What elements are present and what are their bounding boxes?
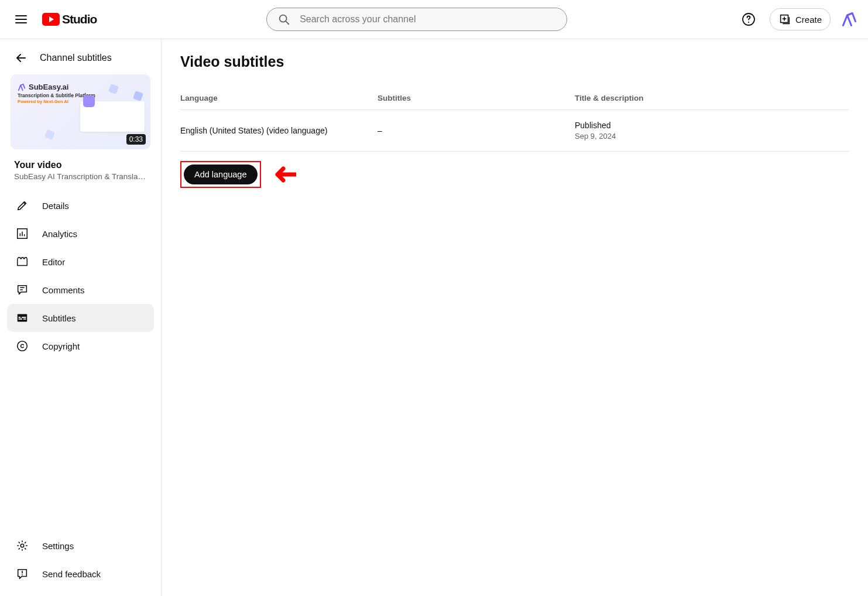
row-date: Sep 9, 2024 — [575, 132, 849, 141]
studio-logo[interactable]: Studio — [42, 12, 97, 26]
comments-icon — [15, 283, 29, 297]
help-icon — [742, 12, 756, 26]
table-row[interactable]: English (United States) (video language)… — [180, 110, 849, 152]
create-label: Create — [795, 15, 822, 25]
nav-label: Send feedback — [42, 569, 101, 579]
svg-rect-6 — [19, 318, 22, 320]
subtitles-icon — [15, 311, 29, 325]
nav-label: Editor — [42, 257, 65, 267]
search-box[interactable] — [266, 8, 567, 31]
svg-rect-8 — [19, 317, 21, 318]
video-thumbnail[interactable]: SubEasy.ai Transcription & Subtitle Plat… — [11, 74, 150, 149]
add-language-button[interactable]: Add language — [184, 165, 258, 184]
sidebar: Channel subtitles SubEasy.ai Transcripti… — [0, 39, 162, 596]
nav-item-analytics[interactable]: Analytics — [7, 220, 154, 248]
nav-item-send-feedback[interactable]: Send feedback — [7, 560, 154, 588]
thumbnail-brand-text: SubEasy.ai — [29, 83, 68, 91]
annotation-highlight-box: Add language — [180, 161, 261, 188]
back-to-channel-subtitles[interactable]: Channel subtitles — [0, 47, 161, 74]
main-content: Video subtitles Language Subtitles Title… — [162, 39, 868, 596]
nav-label: Subtitles — [42, 313, 76, 323]
youtube-play-icon — [42, 13, 60, 26]
nav-label: Details — [42, 201, 69, 211]
subtitles-table-header: Language Subtitles Title & description — [180, 87, 849, 110]
nav-item-settings[interactable]: Settings — [7, 532, 154, 560]
help-button[interactable] — [737, 8, 760, 31]
create-button[interactable]: Create — [770, 8, 831, 30]
annotation-arrow — [270, 166, 296, 183]
app-header: Studio Create — [0, 0, 868, 39]
editor-icon — [15, 255, 29, 269]
back-label: Channel subtitles — [40, 53, 112, 63]
column-language: Language — [180, 94, 378, 102]
feedback-icon — [15, 567, 29, 581]
thumbnail-duration-badge: 0:33 — [126, 134, 146, 145]
logo-text: Studio — [62, 12, 97, 26]
search-input[interactable] — [300, 14, 556, 25]
row-subtitles: – — [378, 126, 575, 135]
row-status: Published — [575, 121, 849, 130]
create-icon — [778, 13, 791, 26]
svg-point-10 — [18, 341, 28, 351]
thumbnail-brand-icon — [18, 83, 26, 91]
analytics-icon — [15, 227, 29, 241]
column-subtitles: Subtitles — [378, 94, 575, 102]
nav-item-editor[interactable]: Editor — [7, 248, 154, 276]
sidebar-nav: Details Analytics Editor Comments Subtit… — [0, 191, 161, 532]
svg-point-0 — [280, 15, 287, 22]
nav-label: Copyright — [42, 341, 80, 351]
nav-label: Comments — [42, 285, 85, 295]
hamburger-icon — [14, 12, 28, 26]
your-video-heading: Your video — [14, 160, 147, 170]
page-title: Video subtitles — [180, 53, 849, 70]
row-language: English (United States) (video language) — [180, 126, 378, 135]
search-icon — [277, 13, 290, 26]
gear-icon — [15, 539, 29, 553]
your-video-name: SubEasy AI Transcription & Translati… — [14, 172, 147, 181]
hamburger-menu[interactable] — [9, 8, 33, 31]
nav-label: Settings — [42, 541, 74, 551]
account-avatar[interactable] — [840, 10, 859, 29]
nav-item-copyright[interactable]: Copyright — [7, 332, 154, 360]
column-title-description: Title & description — [575, 94, 849, 102]
copyright-icon — [15, 339, 29, 353]
svg-rect-7 — [23, 318, 26, 320]
svg-rect-9 — [22, 317, 26, 318]
avatar-icon — [841, 11, 857, 28]
nav-item-comments[interactable]: Comments — [7, 276, 154, 304]
pencil-icon — [15, 198, 29, 213]
nav-item-details[interactable]: Details — [7, 191, 154, 220]
svg-point-2 — [748, 22, 749, 23]
arrow-left-icon — [14, 51, 28, 65]
svg-point-11 — [20, 544, 24, 547]
thumbnail-subtitle: Transcription & Subtitle Platform — [18, 93, 143, 98]
svg-point-12 — [22, 574, 23, 576]
nav-item-subtitles[interactable]: Subtitles — [7, 304, 154, 332]
arrow-left-red-icon — [270, 166, 296, 183]
nav-label: Analytics — [42, 229, 77, 239]
